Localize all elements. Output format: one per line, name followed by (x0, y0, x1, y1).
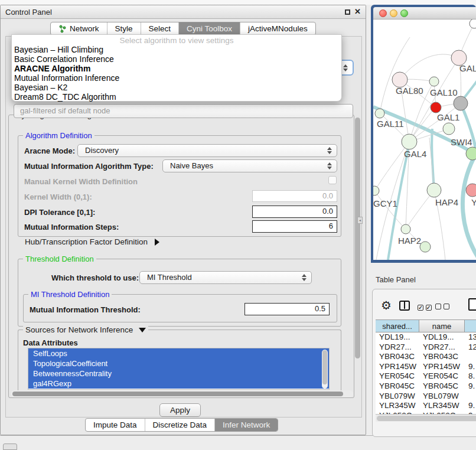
attribute-item-selected[interactable]: SelfLoops (28, 348, 329, 358)
scrollbar-thumb[interactable] (12, 392, 343, 396)
sources-group-title[interactable]: Sources for Network Inference (23, 325, 148, 334)
node-unlabeled[interactable] (470, 19, 476, 28)
aracne-mode-combo[interactable]: Discovery (77, 144, 337, 157)
which-threshold-combo[interactable]: MI Threshold (139, 271, 312, 284)
mi-steps-label: Mutual Information Steps: (24, 223, 119, 231)
mi-steps-value: 6 (329, 221, 333, 230)
table-row[interactable]: YBR045CYBR045C9. (376, 381, 476, 392)
columns-icon[interactable] (399, 301, 410, 311)
table-row[interactable]: YBL079WYBL079W (376, 392, 476, 402)
node-gal11[interactable] (375, 109, 384, 118)
manual-kernel-label: Manual Kernel Width Definition (24, 177, 138, 186)
node-labels: GAL GAL80 GAL10 GAL11 GAL1 SWI4 GAL4 GCY… (373, 63, 476, 246)
node-gal1-red[interactable] (431, 102, 441, 113)
cyni-algorithm-settings-group: Cyni Algorithm Settings Algorithm Defini… (8, 115, 354, 398)
control-panel-window: Control Panel ✕ Network Style Select Cyn… (0, 5, 366, 435)
tab-impute-data[interactable]: Impute Data (86, 419, 145, 431)
table-row[interactable]: YPR145WYPR145W9. (376, 362, 476, 372)
dropdown-hint: Select algorithm to view settings (12, 35, 341, 45)
tab-infer-network[interactable]: Infer Network (214, 419, 278, 431)
table-row[interactable]: YDL19...YDL19...13 (376, 332, 476, 343)
node-salmon[interactable] (466, 184, 476, 197)
table-panel-title: Table Panel (376, 275, 416, 284)
column-header-shared-name[interactable]: shared... (376, 320, 419, 332)
column-header-name[interactable]: name (419, 320, 465, 332)
attribute-list-scrollbar[interactable] (322, 350, 328, 389)
table-row[interactable]: YLR345WYLR345W9. (376, 401, 476, 411)
table-horizontal-scrollbar[interactable] (376, 414, 476, 422)
scrollbar-thumb[interactable] (377, 416, 476, 421)
dropdown-item[interactable]: Bayesian – K2 (12, 83, 341, 92)
mi-threshold-value: 0.5 (315, 304, 325, 313)
dropdown-item-selected[interactable]: ARACNE Algorithm (12, 64, 341, 73)
attribute-item-selected[interactable]: gal4RGexp (28, 379, 329, 389)
stepper-icon (302, 274, 307, 281)
kernel-width-field[interactable]: 0.0 (252, 190, 337, 202)
apply-button[interactable]: Apply (159, 403, 201, 417)
dropdown-item[interactable]: Dream8 DC_TDC Algorithm (12, 92, 341, 102)
node-gal1[interactable] (443, 123, 455, 135)
panel-divider-handle[interactable]: ◂ (357, 217, 363, 224)
node-gray[interactable] (454, 96, 468, 110)
node-unlabeled[interactable] (420, 242, 431, 252)
node-gal4[interactable] (402, 134, 417, 149)
select-all-checkboxes-icon[interactable]: ✓ ✓ (418, 302, 432, 311)
deselect-all-checkboxes-icon[interactable] (435, 302, 449, 311)
tab-discretize-data[interactable]: Discretize Data (145, 419, 215, 431)
minimize-traffic-light[interactable] (390, 9, 397, 17)
threshold-definition-title: Threshold Definition (23, 255, 96, 263)
dpi-tolerance-field[interactable]: 0.0 (252, 206, 337, 218)
float-window-icon[interactable] (345, 9, 350, 15)
tab-network[interactable]: Network (51, 22, 107, 35)
tab-network-label: Network (70, 24, 99, 33)
tab-jactivemnodules[interactable]: jActiveMNodules (240, 22, 315, 35)
network-canvas[interactable]: GAL GAL80 GAL10 GAL11 GAL1 SWI4 GAL4 GCY… (373, 19, 476, 260)
dropdown-item[interactable]: Mutual Information Inference (12, 73, 341, 83)
table-row[interactable]: YDR27...YDR27...12 (376, 343, 476, 353)
svg-text:GAL: GAL (459, 63, 476, 73)
tab-select[interactable]: Select (141, 22, 179, 35)
scrollbar-thumb[interactable] (355, 118, 360, 358)
hub-definition-toggle[interactable]: Hub/Transcription Factor Definition (25, 237, 159, 246)
node-hap4[interactable] (427, 183, 441, 197)
scrollbar-thumb[interactable] (322, 350, 327, 384)
network-selector-combo[interactable]: gal-filtered sif default node (14, 104, 353, 118)
column-header-partial[interactable] (465, 320, 476, 332)
new-table-icon[interactable] (468, 298, 476, 311)
mi-type-combo[interactable]: Naive Bayes (162, 159, 337, 172)
mi-type-value: Naive Bayes (170, 161, 213, 170)
dropdown-item[interactable]: Basic Correlation Inference (12, 54, 341, 64)
table-row[interactable]: YER054CYER054C8. (376, 371, 476, 381)
tab-style[interactable]: Style (107, 22, 141, 35)
mi-threshold-field[interactable]: 0.5 (244, 303, 330, 315)
algorithm-definition-group: Algorithm Definition Aracne Mode: Discov… (18, 135, 341, 237)
settings-horizontal-scrollbar[interactable] (11, 390, 353, 397)
network-window-titlebar[interactable] (373, 7, 476, 19)
node-gal10[interactable] (429, 77, 439, 86)
zoom-traffic-light[interactable] (400, 9, 408, 17)
table-row[interactable]: YBR043CYBR043C (376, 352, 476, 362)
mi-steps-field[interactable]: 6 (252, 220, 337, 233)
manual-kernel-checkbox[interactable] (328, 176, 337, 184)
close-icon[interactable]: ✕ (354, 7, 361, 16)
close-traffic-light[interactable] (379, 9, 387, 17)
tab-cyni-toolbox[interactable]: Cyni Toolbox (178, 22, 240, 35)
node-hap2[interactable] (401, 224, 410, 234)
gear-icon[interactable]: ⚙ (381, 299, 392, 311)
network-graph: GAL GAL80 GAL10 GAL11 GAL1 SWI4 GAL4 GCY… (373, 19, 476, 260)
attribute-item-selected[interactable]: BetweennessCentrality (28, 369, 329, 379)
attribute-item-selected[interactable]: TopologicalCoefficient (28, 358, 329, 369)
dropdown-item[interactable]: Bayesian – Hill Climbing (12, 45, 341, 54)
which-threshold-label: Which threshold to use: (51, 273, 139, 282)
data-attributes-list[interactable]: SelfLoops TopologicalCoefficient Between… (28, 348, 330, 390)
node-swi4[interactable] (466, 147, 476, 160)
network-view-window[interactable]: GAL GAL80 GAL10 GAL11 GAL1 SWI4 GAL4 GCY… (371, 5, 476, 263)
settings-vertical-scrollbar[interactable] (354, 118, 361, 389)
apply-button-label: Apply (170, 406, 190, 415)
window-title: Control Panel (5, 8, 52, 17)
node-gcy1[interactable] (373, 186, 379, 195)
corner-widget[interactable] (3, 444, 17, 450)
collapsed-triangle-icon (155, 239, 159, 246)
which-threshold-value: MI Threshold (147, 273, 192, 282)
data-attributes-label: Data Attributes (23, 338, 78, 347)
